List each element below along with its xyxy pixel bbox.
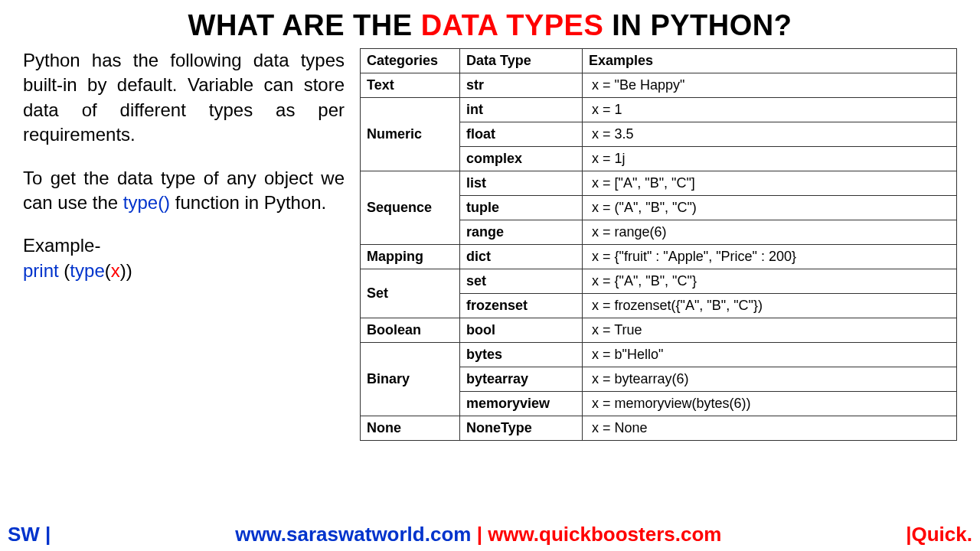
example-block: Example- print (type(x)) — [23, 233, 345, 283]
example-cell: x = 1 — [583, 98, 957, 122]
datatype-cell: str — [460, 73, 583, 98]
left-column: Python has the following data types buil… — [23, 48, 360, 441]
datatype-cell: set — [460, 269, 583, 294]
datatypes-table: Categories Data Type Examples Textstrx =… — [360, 48, 957, 441]
datatype-cell: frozenset — [460, 294, 583, 318]
example-cell: x = memoryview(bytes(6)) — [583, 392, 957, 416]
table-row: Textstrx = "Be Happy" — [361, 73, 957, 98]
example-cell: x = range(6) — [583, 220, 957, 245]
datatype-cell: memoryview — [460, 392, 583, 416]
category-cell: Binary — [361, 343, 460, 416]
datatype-cell: bytes — [460, 343, 583, 367]
datatype-cell: bool — [460, 318, 583, 343]
header-datatype: Data Type — [460, 49, 583, 73]
example-cell: x = frozenset({"A", "B", "C"}) — [583, 294, 957, 318]
example-cell: x = True — [583, 318, 957, 343]
table-row: Sequencelistx = ["A", "B", "C"] — [361, 171, 957, 196]
example-label: Example- — [23, 235, 100, 256]
category-cell: Text — [361, 73, 460, 98]
datatype-cell: dict — [460, 245, 583, 269]
footer: SW | www.saraswatworld.com | www.quickbo… — [0, 523, 980, 546]
datatype-cell: NoneType — [460, 416, 583, 441]
table-header-row: Categories Data Type Examples — [361, 49, 957, 73]
category-cell: Sequence — [361, 171, 460, 245]
table-row: Numericintx = 1 — [361, 98, 957, 122]
datatype-cell: list — [460, 171, 583, 196]
example-cell: x = None — [583, 416, 957, 441]
footer-url1: www.saraswatworld.com — [235, 523, 471, 546]
table-row: Mappingdictx = {"fruit" : "Apple", "Pric… — [361, 245, 957, 269]
category-cell: Numeric — [361, 98, 460, 171]
example-cell: x = 3.5 — [583, 122, 957, 147]
footer-url2: www.quickboosters.com — [488, 523, 721, 546]
example-cell: x = 1j — [583, 147, 957, 171]
table-row: Binarybytesx = b"Hello" — [361, 343, 957, 367]
type-function: type() — [123, 192, 170, 213]
title-part2: IN PYTHON? — [603, 9, 792, 41]
category-cell: Set — [361, 269, 460, 318]
category-cell: Mapping — [361, 245, 460, 269]
type-paragraph: To get the data type of any object we ca… — [23, 166, 345, 216]
category-cell: Boolean — [361, 318, 460, 343]
header-categories: Categories — [361, 49, 460, 73]
intro-paragraph: Python has the following data types buil… — [23, 48, 345, 148]
table-row: Setsetx = {"A", "B", "C"} — [361, 269, 957, 294]
example-x: x — [111, 260, 120, 281]
table-row: NoneNoneTypex = None — [361, 416, 957, 441]
datatype-cell: complex — [460, 147, 583, 171]
datatype-cell: bytearray — [460, 367, 583, 392]
datatype-cell: tuple — [460, 196, 583, 220]
example-cell: x = {"A", "B", "C"} — [583, 269, 957, 294]
footer-sw: SW | — [8, 523, 51, 546]
footer-center: www.saraswatworld.com | www.quickbooster… — [235, 523, 721, 546]
example-cell: x = ["A", "B", "C"] — [583, 171, 957, 196]
example-cell: x = ("A", "B", "C") — [583, 196, 957, 220]
title-highlight: DATA TYPES — [421, 9, 604, 41]
right-column: Categories Data Type Examples Textstrx =… — [360, 48, 957, 441]
footer-quick: |Quick. — [906, 523, 972, 546]
example-print: print — [23, 260, 64, 281]
header-examples: Examples — [583, 49, 957, 73]
example-cell: x = bytearray(6) — [583, 367, 957, 392]
datatype-cell: int — [460, 98, 583, 122]
footer-sep: | — [471, 523, 488, 546]
datatype-cell: range — [460, 220, 583, 245]
content-area: Python has the following data types buil… — [0, 48, 980, 441]
page-title: WHAT ARE THE DATA TYPES IN PYTHON? — [0, 0, 980, 48]
example-type: type — [70, 260, 104, 281]
datatype-cell: float — [460, 122, 583, 147]
table-row: Booleanboolx = True — [361, 318, 957, 343]
category-cell: None — [361, 416, 460, 441]
example-cell: x = "Be Happy" — [583, 73, 957, 98]
title-part1: WHAT ARE THE — [188, 9, 421, 41]
example-cell: x = {"fruit" : "Apple", "Price" : 200} — [583, 245, 957, 269]
example-cell: x = b"Hello" — [583, 343, 957, 367]
